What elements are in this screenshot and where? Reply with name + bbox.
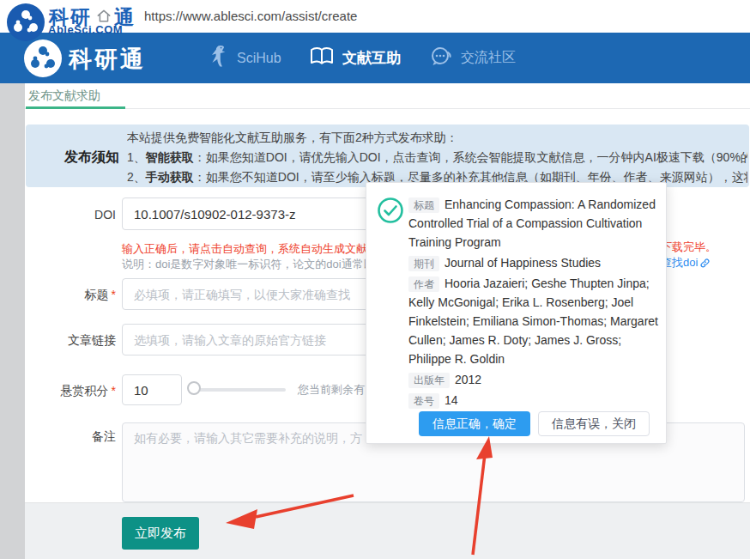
confirm-correct-button[interactable]: 信息正确，确定 — [419, 411, 530, 436]
raven-icon — [209, 44, 229, 73]
tab-bar: 发布文献求助 — [25, 83, 750, 112]
field-title: 标题Enhancing Compassion: A Randomized Con… — [408, 195, 659, 252]
remark-label: 备注 — [26, 429, 116, 445]
nav-item-community[interactable]: 交流社区 — [429, 33, 516, 83]
doi-result-popup: 标题Enhancing Compassion: A Randomized Con… — [366, 182, 667, 444]
site-logo-icon[interactable] — [7, 3, 45, 41]
publish-now-button[interactable]: 立即发布 — [122, 517, 199, 550]
success-check-icon — [377, 197, 404, 228]
points-slider-track[interactable] — [195, 388, 286, 392]
address-bar[interactable]: https://www.ablesci.com/assist/create — [144, 9, 357, 23]
link-icon — [699, 258, 711, 269]
find-doi-link[interactable]: 查找doi — [661, 255, 711, 270]
close-incorrect-button[interactable]: 信息有误，关闭 — [538, 411, 650, 436]
field-year: 出版年2012 — [408, 370, 659, 389]
chat-icon — [429, 45, 453, 72]
browser-tab-title-2: 通 — [114, 4, 134, 31]
left-gutter — [0, 83, 25, 559]
popup-buttons: 信息正确，确定 信息有误，关闭 — [366, 411, 668, 436]
right-gutter — [750, 33, 756, 559]
field-authors: 作者Hooria Jazaieri; Geshe Thupten Jinpa; … — [408, 274, 659, 368]
nav-item-label: 交流社区 — [461, 49, 516, 67]
doi-hint-warning-tail: 下载完毕。 — [661, 240, 717, 255]
browser-tab-title: 科研 — [49, 4, 92, 31]
nav-item-label: 文献互助 — [342, 48, 401, 68]
notice-title: 发布须知 — [64, 149, 119, 167]
article-link-label: 文章链接 — [26, 333, 116, 349]
bounty-points-input[interactable] — [122, 374, 182, 405]
book-icon — [309, 46, 335, 71]
tab-publish-request[interactable]: 发布文献求助 — [28, 88, 100, 104]
logo-swirl-icon — [7, 3, 45, 41]
tab-bar-border — [25, 108, 750, 109]
points-slider-handle[interactable] — [187, 381, 201, 395]
doi-hint-explain: 说明：doi是数字对象唯一标识符，论文的doi通常以 — [122, 257, 375, 272]
home-icon[interactable] — [95, 8, 112, 28]
main-navbar: 科研通 SciHub 文献互助 — [0, 33, 750, 83]
nav-item-literature-assist[interactable]: 文献互助 — [309, 33, 401, 83]
popup-fields: 标题Enhancing Compassion: A Randomized Con… — [408, 195, 659, 411]
notice-line-2: 1、智能获取：如果您知道DOI，请优先输入DOI，点击查询，系统会智能提取文献信… — [127, 150, 747, 169]
title-label: 标题* — [26, 288, 116, 303]
footer-zone — [0, 503, 756, 559]
field-journal: 期刊Journal of Happiness Studies — [408, 253, 659, 272]
bounty-points-label: 悬赏积分* — [26, 384, 116, 399]
navbar-brand[interactable]: 科研通 — [69, 44, 146, 75]
required-asterisk: * — [112, 384, 116, 398]
points-balance-note: 您当前剩余有 — [298, 382, 365, 398]
doi-label: DOI — [26, 208, 116, 222]
field-volume: 卷号14 — [408, 391, 659, 410]
doi-hint-warning: 输入正确后，请点击自动查询，系统自动生成文献的 — [122, 241, 378, 257]
required-asterisk: * — [112, 288, 116, 301]
nav-item-label: SciHub — [237, 51, 281, 66]
active-tab-underline — [26, 106, 125, 109]
nav-item-scihub[interactable]: SciHub — [209, 33, 281, 83]
publish-notice-box: 发布须知 本站提供免费智能化文献互助服务，有下面2种方式发布求助： 1、智能获取… — [26, 125, 749, 187]
navbar-logo-icon[interactable] — [24, 39, 62, 77]
page: 科研 通 https://www.ablesci.com/assist/crea… — [0, 0, 756, 559]
notice-line-1: 本站提供免费智能化文献互助服务，有下面2种方式发布求助： — [127, 131, 747, 149]
